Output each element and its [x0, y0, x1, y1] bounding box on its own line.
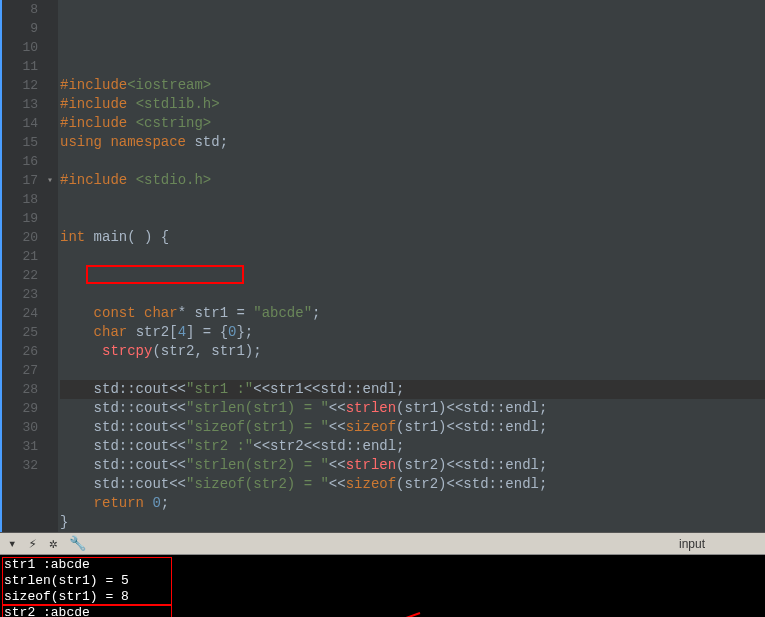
code-line[interactable] — [60, 247, 765, 266]
fold-column: ▾ — [46, 0, 58, 532]
code-line[interactable]: std::cout<<"strlen(str1) = "<<strlen(str… — [60, 399, 765, 418]
output-panel: ▾ ⚡ ✲ 🔧 input str1 :abcdestrlen(str1) = … — [0, 532, 765, 617]
code-line[interactable] — [60, 57, 765, 76]
gear-icon[interactable]: ✲ — [49, 535, 57, 552]
chevron-down-icon[interactable]: ▾ — [8, 535, 16, 552]
code-line[interactable]: std::cout<<"sizeof(str1) = "<<sizeof(str… — [60, 418, 765, 437]
line-number-gutter: 8910111213141516171819202122232425262728… — [2, 0, 46, 532]
code-line[interactable] — [60, 190, 765, 209]
code-line[interactable] — [60, 152, 765, 171]
lightning-icon[interactable]: ⚡ — [28, 535, 36, 552]
console-line: str1 :abcde — [4, 557, 761, 573]
console-output: str1 :abcdestrlen(str1) = 5sizeof(str1) … — [0, 555, 765, 617]
code-line[interactable]: using namespace std; — [60, 133, 765, 152]
code-editor[interactable]: 8910111213141516171819202122232425262728… — [0, 0, 765, 532]
code-line[interactable]: #include <cstring> — [60, 114, 765, 133]
output-toolbar: ▾ ⚡ ✲ 🔧 input — [0, 533, 765, 555]
code-line[interactable]: int main( ) { — [60, 228, 765, 247]
code-line[interactable]: std::cout<<"strlen(str2) = "<<strlen(str… — [60, 456, 765, 475]
code-line[interactable]: } — [60, 513, 765, 532]
console-line: sizeof(str1) = 8 — [4, 589, 761, 605]
code-line[interactable]: strcpy(str2, str1); — [60, 342, 765, 361]
code-line[interactable]: #include <stdlib.h> — [60, 95, 765, 114]
code-line[interactable]: #include<iostream> — [60, 76, 765, 95]
code-line[interactable] — [60, 285, 765, 304]
console-line: str2 :abcde — [4, 605, 761, 617]
code-line[interactable] — [60, 209, 765, 228]
code-line[interactable] — [60, 361, 765, 380]
code-line[interactable]: std::cout<<"str1 :"<<str1<<std::endl; — [60, 380, 765, 399]
code-area[interactable]: #include<iostream>#include <stdlib.h>#in… — [58, 0, 765, 532]
code-line[interactable]: std::cout<<"sizeof(str2) = "<<sizeof(str… — [60, 475, 765, 494]
wrench-icon[interactable]: 🔧 — [69, 535, 86, 552]
code-line[interactable]: const char* str1 = "abcde"; — [60, 304, 765, 323]
console-line: strlen(str1) = 5 — [4, 573, 761, 589]
code-line[interactable] — [60, 266, 765, 285]
output-tab[interactable]: input — [679, 537, 705, 551]
code-line[interactable]: #include <stdio.h> — [60, 171, 765, 190]
code-line[interactable]: std::cout<<"str2 :"<<str2<<std::endl; — [60, 437, 765, 456]
code-line[interactable]: char str2[4] = {0}; — [60, 323, 765, 342]
code-line[interactable]: return 0; — [60, 494, 765, 513]
